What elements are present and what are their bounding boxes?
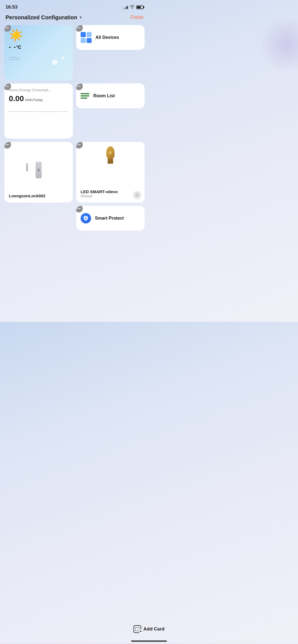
device-square-4 bbox=[87, 38, 92, 43]
shield-icon bbox=[83, 215, 89, 221]
settings-icon bbox=[135, 193, 139, 197]
room-list-card[interactable]: Room List bbox=[76, 83, 145, 108]
finish-button[interactable]: Finish bbox=[130, 15, 143, 20]
energy-value-display: 0.00 kWh/Today bbox=[9, 94, 68, 103]
lock-handle bbox=[26, 163, 28, 171]
room-list-icon bbox=[81, 93, 89, 99]
header: Personalized Configuration ▼ Finish bbox=[0, 12, 149, 25]
led-name: LED SMART-vdevo bbox=[81, 189, 140, 194]
led-settings-button[interactable] bbox=[133, 191, 141, 199]
smart-protect-label: Smart Protect bbox=[95, 216, 124, 221]
remove-smart-protect-button[interactable] bbox=[76, 206, 83, 212]
device-square-3 bbox=[81, 38, 86, 43]
dropdown-arrow: ▼ bbox=[79, 15, 83, 20]
battery-icon bbox=[136, 6, 143, 9]
status-bar: 16:53 bbox=[0, 0, 149, 12]
weather-decoration-dot2 bbox=[61, 56, 65, 60]
energy-unit: kWh/Today bbox=[25, 98, 43, 102]
energy-card[interactable]: Home Energy Consumpt... 0.00 kWh/Today bbox=[4, 83, 73, 139]
lock-body bbox=[36, 162, 42, 178]
device-square-1 bbox=[81, 32, 86, 37]
weather-card[interactable]: ☀️ - -°C bbox=[4, 25, 73, 80]
cards-grid: ☀️ - -°C All Devices Home Energy Consump… bbox=[0, 25, 149, 231]
header-title[interactable]: Personalized Configuration ▼ bbox=[6, 14, 83, 21]
status-time: 16:53 bbox=[6, 4, 17, 10]
weather-decoration-dot1 bbox=[52, 60, 58, 65]
bottom-spacer bbox=[0, 231, 149, 302]
energy-chart bbox=[9, 111, 68, 112]
smart-protect-icon bbox=[81, 213, 91, 223]
bulb-base bbox=[108, 159, 113, 164]
lock-name: LoongsonLock002 bbox=[9, 193, 68, 198]
bulb-body bbox=[106, 146, 115, 159]
led-status: Shared bbox=[81, 194, 140, 198]
room-list-line-1 bbox=[81, 93, 89, 94]
remove-led-button[interactable] bbox=[76, 142, 83, 149]
room-list-line-2 bbox=[81, 95, 89, 96]
smart-protect-card[interactable]: Smart Protect bbox=[76, 206, 145, 231]
energy-title: Home Energy Consumpt... bbox=[9, 88, 68, 92]
room-list-label: Room List bbox=[93, 93, 115, 98]
lock-image bbox=[9, 146, 68, 193]
room-list-line-3 bbox=[81, 98, 87, 99]
led-bulb-image bbox=[105, 146, 116, 166]
weather-temperature: - -°C bbox=[9, 43, 68, 50]
all-devices-icon bbox=[81, 32, 92, 43]
device-square-2 bbox=[87, 32, 92, 37]
remove-all-devices-button[interactable] bbox=[76, 25, 83, 32]
lock-card[interactable]: LoongsonLock002 bbox=[4, 142, 73, 203]
signal-icon bbox=[123, 5, 128, 9]
weather-sun-icon: ☀️ bbox=[9, 29, 68, 41]
all-devices-card[interactable]: All Devices bbox=[76, 25, 145, 50]
wifi-icon bbox=[130, 5, 135, 10]
all-devices-label: All Devices bbox=[95, 35, 119, 40]
weather-info-lines bbox=[9, 57, 68, 60]
empty-slot bbox=[4, 206, 73, 231]
page-title: Personalized Configuration bbox=[6, 14, 77, 21]
status-icons bbox=[123, 5, 143, 10]
remove-room-list-button[interactable] bbox=[76, 83, 83, 90]
led-card[interactable]: LED SMART-vdevo Shared bbox=[76, 142, 145, 203]
energy-value: 0.00 bbox=[9, 94, 24, 103]
